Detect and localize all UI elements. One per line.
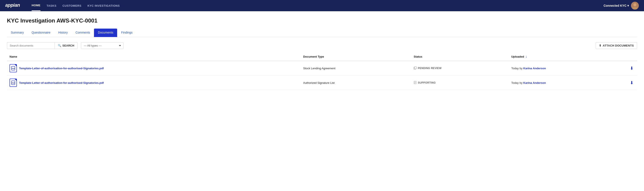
col-uploaded[interactable]: Uploaded ↓ [509, 52, 626, 61]
nav-links: HOME TASKS CUSTOMERS KYC INVESTIGATIONS [32, 0, 596, 11]
tab-history[interactable]: History [54, 28, 72, 37]
doc-type-cell: Authorized Signature List [300, 76, 411, 90]
download-icon[interactable]: ⬇ [630, 66, 634, 70]
svg-rect-7 [414, 67, 416, 69]
navbar: appian HOME TASKS CUSTOMERS KYC INVESTIG… [0, 0, 644, 11]
avatar[interactable] [631, 2, 639, 10]
tab-comments[interactable]: Comments [72, 28, 94, 37]
doc-uploaded-cell: Today by Karina Anderson [509, 61, 626, 76]
col-doc-type: Document Type [300, 52, 411, 61]
svg-point-2 [634, 3, 636, 6]
status-icon [414, 81, 417, 85]
user-label: Connected KYC [604, 4, 626, 7]
doc-uploaded-cell: Today by Karina Anderson [509, 76, 626, 90]
type-filter-select[interactable]: --- All types ---Stock Lending Agreement… [81, 42, 124, 49]
table-row: PDF Template-Letter-of-authorisation-for… [7, 61, 637, 76]
nav-right: Connected KYC ▾ [604, 2, 639, 10]
tabs: Summary Questionnaire History Comments D… [7, 28, 637, 37]
doc-status-cell: PENDING REVIEW [411, 61, 508, 76]
attach-button-label: ATTACH DOCUMENTS [603, 44, 634, 47]
nav-kyc-investigations[interactable]: KYC INVESTIGATIONS [88, 1, 120, 11]
tab-documents[interactable]: Documents [94, 28, 117, 37]
search-input[interactable] [7, 42, 54, 49]
status-label: SUPPORTING [418, 81, 436, 84]
user-menu[interactable]: Connected KYC ▾ [604, 4, 629, 7]
tab-findings[interactable]: Findings [117, 28, 136, 37]
uploader-link[interactable]: Karina Anderson [524, 67, 546, 70]
doc-download-cell[interactable]: ⬇ [626, 76, 637, 90]
status-icon [414, 66, 417, 70]
pdf-icon: PDF [10, 78, 17, 87]
page-title: KYC Investigation AWS-KYC-0001 [7, 17, 637, 24]
nav-customers[interactable]: CUSTOMERS [62, 1, 82, 11]
pdf-icon: PDF [10, 64, 17, 72]
nav-home[interactable]: HOME [32, 0, 40, 11]
doc-download-cell[interactable]: ⬇ [626, 61, 637, 76]
appian-wordmark: appian [5, 2, 25, 9]
upload-icon: ⬆ [599, 44, 601, 47]
col-download [626, 52, 637, 61]
chevron-down-icon: ▾ [627, 4, 629, 7]
svg-text:appian: appian [5, 2, 20, 8]
table-row: PDF Template-Letter-of-authorisation-for… [7, 76, 637, 90]
brand-logo: appian [5, 2, 25, 9]
tab-questionnaire[interactable]: Questionnaire [28, 28, 54, 37]
attach-documents-button[interactable]: ⬆ ATTACH DOCUMENTS [596, 42, 637, 49]
doc-status-cell: SUPPORTING [411, 76, 508, 90]
download-icon[interactable]: ⬇ [630, 80, 634, 85]
doc-name-link[interactable]: Template-Letter-of-authorisation-for-aut… [19, 81, 104, 84]
uploader-link[interactable]: Karina Anderson [524, 81, 546, 84]
svg-text:PDF: PDF [12, 68, 15, 70]
doc-type-cell: Stock Lending Agreement [300, 61, 411, 76]
page-content: KYC Investigation AWS-KYC-0001 Summary Q… [0, 11, 644, 94]
col-status: Status [411, 52, 508, 61]
sort-arrow-icon: ↓ [525, 54, 527, 58]
search-button[interactable]: 🔍 SEARCH [54, 42, 78, 49]
nav-tasks[interactable]: TASKS [46, 1, 56, 11]
search-icon: 🔍 [58, 44, 61, 47]
status-label: PENDING REVIEW [418, 67, 442, 70]
documents-table: Name Document Type Status Uploaded ↓ [7, 52, 637, 90]
col-name: Name [7, 52, 300, 61]
tab-summary[interactable]: Summary [7, 28, 28, 37]
doc-name-cell: PDF Template-Letter-of-authorisation-for… [7, 61, 300, 76]
toolbar: 🔍 SEARCH --- All types ---Stock Lending … [7, 42, 637, 49]
doc-name-link[interactable]: Template-Letter-of-authorisation-for-aut… [19, 67, 104, 70]
svg-text:PDF: PDF [12, 82, 15, 84]
search-button-label: SEARCH [62, 44, 74, 47]
doc-name-cell: PDF Template-Letter-of-authorisation-for… [7, 76, 300, 90]
